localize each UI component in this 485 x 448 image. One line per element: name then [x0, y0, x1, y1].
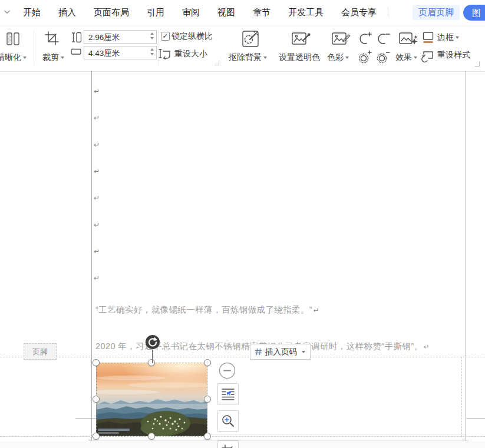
resize-handle-nw[interactable] — [93, 359, 100, 366]
reset-size-icon[interactable] — [159, 48, 172, 59]
margin-tick — [75, 418, 96, 419]
chevron-down-icon — [302, 351, 305, 353]
rotation-handle[interactable] — [145, 334, 160, 350]
resize-handle-sw[interactable] — [93, 433, 100, 440]
brightness-up-icon[interactable] — [357, 49, 372, 65]
clarify-button[interactable]: 清晰化 — [0, 52, 27, 63]
tab-developer[interactable]: 开发工具 — [279, 0, 332, 25]
spin-down-icon[interactable] — [150, 37, 154, 39]
paragraph-mark: ↵ — [94, 274, 100, 282]
reset-style-button[interactable]: 重设样式 — [437, 50, 470, 61]
tab-home[interactable]: 开始 — [14, 0, 50, 25]
color-button[interactable]: 色彩 — [327, 52, 349, 63]
resize-handle-se[interactable] — [204, 433, 211, 440]
chevron-down-icon — [61, 57, 64, 59]
reset-size-button[interactable]: 重设大小 — [174, 49, 207, 59]
selected-image[interactable] — [96, 363, 207, 436]
insert-page-number-button[interactable]: 插入页码 — [250, 344, 311, 360]
zoom-button[interactable] — [217, 410, 239, 432]
height-field[interactable]: 2.96厘米 — [84, 30, 157, 44]
tab-references[interactable]: 引用 — [138, 0, 173, 25]
paragraph-mark: ↵ — [94, 114, 100, 122]
collapse-toolbar-button[interactable] — [219, 362, 236, 379]
tab-insert[interactable]: 插入 — [50, 0, 85, 25]
effects-button[interactable]: 效果 — [395, 52, 417, 63]
chevron-down-icon — [456, 36, 459, 39]
footer-tag: 页脚 — [24, 343, 57, 360]
crop-float-button[interactable] — [217, 440, 239, 448]
page-right-edge — [466, 71, 466, 442]
lock-aspect-label[interactable]: 锁定纵横比 — [171, 31, 213, 42]
selection-border — [96, 363, 207, 436]
remove-background-label: 抠除背景 — [229, 52, 262, 62]
paragraph-mark: ↵ — [94, 194, 100, 202]
page-number-icon — [255, 348, 262, 356]
footer-bottom-boundary — [0, 436, 485, 437]
spin-up-icon[interactable] — [150, 32, 154, 35]
contrast-down-icon[interactable] — [375, 31, 391, 45]
clarify-icon[interactable] — [5, 31, 21, 47]
footer-boundary-line — [0, 357, 485, 357]
set-transparent-button[interactable]: 设置透明色 — [279, 52, 320, 63]
tab-membership[interactable]: 会员专享 — [332, 0, 385, 25]
tab-header-footer[interactable]: 页眉页脚 — [413, 5, 460, 20]
spin-up-icon[interactable] — [150, 48, 154, 51]
height-icon — [71, 32, 82, 43]
tab-bar: 开始 插入 页面布局 引用 审阅 视图 章节 开发工具 会员专享 页眉页脚 图 — [0, 0, 485, 25]
effects-label: 效果 — [395, 52, 412, 62]
border-label: 边框 — [437, 32, 454, 42]
reset-style-icon[interactable] — [421, 49, 435, 63]
paragraph-mark: ↵ — [94, 221, 100, 229]
tab-page-layout[interactable]: 页面布局 — [85, 0, 138, 25]
set-transparent-icon[interactable] — [291, 31, 311, 48]
color-label: 色彩 — [327, 52, 344, 62]
border-button[interactable]: 边框 — [437, 32, 459, 43]
width-field[interactable]: 4.43厘米 — [84, 46, 157, 59]
tab-divider — [388, 8, 388, 17]
body-text-line: “工艺确实好，就像锡纸一样薄，百炼钢做成了绕指柔。”↵ — [95, 304, 319, 316]
zoom-in-icon — [221, 414, 235, 428]
height-value: 2.96厘米 — [88, 33, 120, 42]
paragraph-mark: ↵ — [94, 141, 100, 149]
tab-picture-tools[interactable]: 图 — [463, 5, 485, 21]
remove-background-button[interactable]: 抠除背景 — [229, 52, 267, 63]
ribbon-group-divider — [34, 30, 34, 65]
group-corner-mark — [215, 61, 219, 65]
border-icon[interactable] — [422, 31, 435, 44]
page-bottom-edge — [88, 440, 469, 440]
resize-handle-s[interactable] — [148, 433, 155, 440]
tab-review[interactable]: 审阅 — [173, 0, 209, 25]
paragraph-mark: ↵ — [424, 343, 430, 350]
lock-aspect-checkbox[interactable]: ✓ — [161, 32, 170, 41]
crop-button[interactable]: 裁剪 — [42, 52, 64, 63]
tab-section[interactable]: 章节 — [244, 0, 279, 25]
remove-background-icon[interactable] — [240, 29, 260, 49]
footer-right-boundary — [461, 357, 462, 437]
brightness-down-icon[interactable] — [375, 49, 391, 65]
chevron-down-icon — [263, 57, 267, 59]
tab-view[interactable]: 视图 — [209, 0, 244, 25]
spin-down-icon[interactable] — [150, 53, 154, 55]
collapse-ribbon-icon[interactable] — [3, 8, 12, 17]
menu-tabs: 开始 插入 页面布局 引用 审阅 视图 章节 开发工具 会员专享 — [14, 0, 385, 25]
group-corner-mark — [475, 62, 480, 67]
color-icon[interactable] — [331, 31, 351, 48]
resize-handle-ne[interactable] — [204, 359, 211, 366]
layout-options-button[interactable] — [217, 383, 239, 404]
resize-handle-n[interactable] — [148, 359, 155, 366]
crop-icon[interactable] — [44, 30, 60, 47]
resize-handle-e[interactable] — [204, 396, 211, 403]
ribbon: 清晰化 裁剪 2.96厘米 4.43厘米 ✓ 锁定纵横比 重设大小 — [0, 25, 485, 72]
width-icon — [71, 48, 81, 55]
contrast-up-icon[interactable] — [357, 31, 372, 45]
paragraph-mark: ↵ — [94, 247, 100, 255]
insert-page-number-label: 插入页码 — [265, 347, 297, 357]
crop-label: 裁剪 — [42, 52, 59, 62]
crop-icon — [221, 444, 235, 448]
effects-icon[interactable] — [398, 31, 418, 48]
resize-handle-w[interactable] — [93, 396, 100, 403]
chevron-down-icon — [23, 57, 27, 59]
page-left-edge — [91, 71, 92, 442]
width-value: 4.43厘米 — [88, 49, 120, 58]
chevron-down-icon — [345, 57, 349, 59]
